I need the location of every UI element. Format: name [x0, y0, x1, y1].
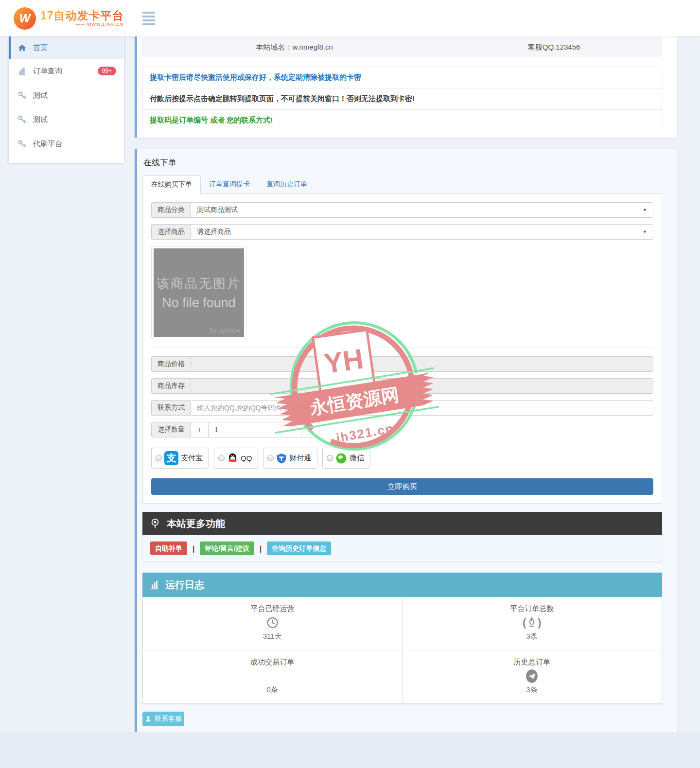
- tab-buy-online[interactable]: 在线购买下单: [142, 175, 201, 194]
- menu-toggle-icon[interactable]: [142, 12, 155, 25]
- contact-label: 联系方式: [151, 400, 191, 416]
- paren-left: (: [523, 616, 526, 629]
- user-icon: [145, 716, 152, 722]
- logo-subtitle: —— WWW.17FK.CN: [40, 22, 124, 27]
- more-functions-title: 本站更多功能: [167, 517, 225, 530]
- notice-row: 提取码是订单编号 或者 您的联系方式!: [143, 109, 662, 131]
- comments-button[interactable]: 评论/留言/建议: [200, 541, 254, 555]
- stat-value: 0条: [143, 685, 402, 695]
- category-group: 商品分类 测试商品测试 ▼: [151, 202, 653, 218]
- notice-box: 提取卡密后请尽快激活使用或保存好，系统定期清除被提取的卡密 付款后按提示点击确定…: [142, 67, 662, 131]
- category-select[interactable]: 测试商品测试 ▼: [191, 202, 653, 218]
- chevron-down-icon: ▼: [643, 229, 647, 234]
- product-select[interactable]: 请选择商品 ▼: [191, 224, 653, 240]
- price-label: 商品价格: [151, 356, 191, 372]
- more-functions-header: 本站更多功能: [142, 512, 662, 535]
- stats-table: 平台已经运营 311天 平台订单总数: [142, 597, 662, 704]
- radio-button[interactable]: [327, 455, 333, 461]
- chevron-down-icon: ▼: [643, 208, 647, 212]
- category-label: 商品分类: [151, 202, 191, 218]
- stock-label: 商品库存: [151, 378, 191, 394]
- category-selected-value: 测试商品测试: [197, 206, 238, 214]
- quantity-group: 选择数量 + -: [151, 422, 324, 437]
- contact-group: 联系方式: [151, 400, 653, 416]
- price-field: [191, 356, 653, 372]
- payment-option-wechat[interactable]: 微信: [322, 448, 370, 469]
- stat-label: 平台订单总数: [402, 604, 662, 613]
- product-image-frame: 该商品无图片 No file found By:ayangw: [151, 246, 246, 339]
- key-icon: [18, 91, 27, 100]
- tab-history-orders[interactable]: 查询历史订单: [258, 175, 315, 193]
- orders-count-badge: 99+: [98, 67, 116, 75]
- run-log-title: 运行日志: [165, 578, 204, 592]
- tab-query-card[interactable]: 订单查询提卡: [201, 175, 258, 193]
- bottom-strip: [0, 732, 700, 768]
- empty-icon-slot: [143, 668, 402, 684]
- history-icon: [265, 615, 280, 630]
- qq-icon: [227, 453, 238, 464]
- stat-success-orders: 成功交易订单 0条: [143, 650, 402, 703]
- main-content: 本站域名：w.nmegl8.cn 客服QQ:123456 提取卡密后请尽快激活使…: [135, 36, 677, 763]
- stat-label: 成功交易订单: [143, 658, 402, 667]
- payment-option-alipay[interactable]: 支 支付宝: [151, 448, 209, 469]
- radio-button[interactable]: [267, 455, 274, 461]
- stat-value: 3条: [402, 632, 662, 641]
- stock-group: 商品库存: [151, 378, 653, 394]
- separator: |: [260, 544, 262, 553]
- self-reorder-button[interactable]: 自助补单: [150, 541, 187, 555]
- run-log-header: 运行日志: [142, 573, 662, 597]
- top-header: W 17自动发卡平台 —— WWW.17FK.CN: [0, 0, 700, 36]
- run-log-section: 运行日志 平台已经运营 3: [142, 573, 662, 704]
- notice-row: 付款后按提示点击确定跳转到提取页面，不可提前关闭窗口！否则无法提取到卡密!: [143, 88, 662, 109]
- history-orders-button[interactable]: 查询历史订单信息: [267, 541, 331, 555]
- home-icon: [18, 43, 27, 52]
- tenpay-icon: [276, 453, 287, 464]
- quantity-label: 选择数量: [151, 422, 191, 437]
- radio-button[interactable]: [218, 455, 225, 461]
- sidebar-item-label: 代刷平台: [33, 140, 62, 149]
- payment-option-tenpay[interactable]: 财付通: [263, 448, 317, 469]
- payment-option-qq[interactable]: QQ: [214, 448, 258, 469]
- stat-label: 历史总订单: [402, 658, 662, 667]
- payment-label: QQ: [241, 454, 252, 462]
- product-selected-value: 请选择商品: [197, 227, 231, 236]
- stat-value: 3条: [402, 685, 662, 695]
- payment-options: 支 支付宝 QQ: [151, 448, 653, 469]
- contact-input[interactable]: [191, 400, 653, 416]
- key-icon: [18, 140, 27, 149]
- no-image-text-cn: 该商品无图片: [157, 275, 241, 292]
- alipay-icon: 支: [164, 451, 178, 465]
- order-form-panel: 商品分类 测试商品测试 ▼ 选择商品 请选择商品 ▼ 该商品无图片 No fil…: [142, 194, 662, 504]
- quantity-input[interactable]: [208, 422, 301, 437]
- sidebar-item-daishua[interactable]: 代刷平台: [9, 132, 124, 156]
- radio-button[interactable]: [156, 455, 162, 461]
- site-info-table: 本站域名：w.nmegl8.cn 客服QQ:123456: [142, 38, 662, 56]
- separator: |: [192, 544, 194, 553]
- sidebar-item-test-2[interactable]: 测试: [9, 107, 124, 132]
- contact-service-button[interactable]: 联系客服: [142, 712, 184, 726]
- bar-chart-icon: [18, 67, 27, 76]
- sidebar-item-test-1[interactable]: 测试: [9, 83, 124, 107]
- wechat-icon: [335, 453, 347, 464]
- image-credit: By:ayangw: [209, 327, 240, 334]
- quantity-minus-button[interactable]: -: [301, 422, 319, 437]
- sidebar-item-home[interactable]: 首页: [9, 36, 124, 59]
- sidebar-item-label: 首页: [33, 43, 48, 52]
- contact-service-label: 联系客服: [155, 715, 182, 723]
- quantity-plus-button[interactable]: +: [190, 422, 209, 437]
- stat-total-orders: 平台订单总数 ( ) 3条: [402, 597, 662, 650]
- site-domain-cell: 本站域名：w.nmegl8.cn: [143, 39, 446, 56]
- sidebar-item-orders[interactable]: 订单查询 99+: [9, 59, 124, 83]
- buy-now-button[interactable]: 立即购买: [151, 478, 653, 495]
- logo-title: 17自动发卡平台: [40, 10, 124, 21]
- product-label: 选择商品: [151, 224, 191, 240]
- telegram-icon: [525, 669, 539, 683]
- price-group: 商品价格: [151, 356, 653, 372]
- stat-history-orders: 历史总订单 3条: [402, 650, 662, 703]
- stat-days-running: 平台已经运营 311天: [143, 597, 402, 650]
- sidebar: 首页 订单查询 99+ 测试 测试 代刷平台: [9, 36, 124, 163]
- order-wrapper: 在线下单 在线购买下单 订单查询提卡 查询历史订单 商品分类 测试商品测试 ▼ …: [135, 149, 677, 763]
- payment-label: 微信: [350, 454, 364, 463]
- service-qq-cell: 客服QQ:123456: [446, 39, 662, 56]
- payment-label: 财付通: [289, 454, 311, 463]
